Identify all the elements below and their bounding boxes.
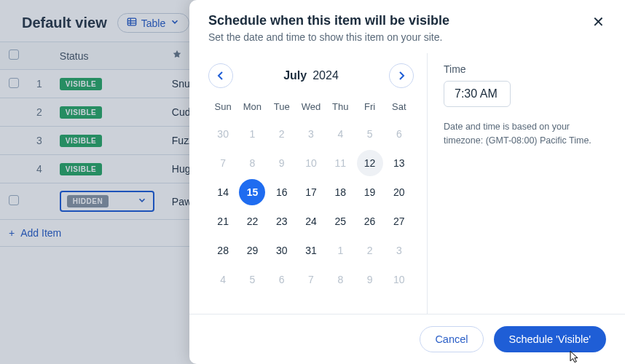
calendar-day[interactable]: 5 [357,121,383,147]
day-of-week-label: Sun [208,101,237,118]
calendar-day[interactable]: 7 [298,266,324,293]
time-input[interactable]: 7:30 AM [444,81,511,107]
calendar-day[interactable]: 22 [239,208,265,234]
schedule-modal: Schedule when this item will be visible … [189,0,625,364]
calendar-day[interactable]: 16 [269,179,295,205]
calendar-day[interactable]: 14 [210,179,236,205]
schedule-button[interactable]: Schedule 'Visible' [494,326,606,352]
cancel-button[interactable]: Cancel [420,326,483,352]
month-year-label: July2024 [283,69,339,82]
close-icon[interactable]: ✕ [591,13,606,31]
next-month-button[interactable] [389,63,414,88]
calendar-day[interactable]: 13 [386,150,412,176]
calendar-day[interactable]: 12 [357,150,383,176]
calendar-day[interactable]: 9 [357,266,383,293]
day-of-week-label: Fri [355,101,384,118]
calendar-day[interactable]: 27 [386,208,412,234]
calendar-day[interactable]: 8 [327,266,353,293]
calendar-day[interactable]: 6 [386,121,412,147]
modal-title: Schedule when this item will be visible [208,13,449,28]
day-of-week-label: Sat [385,101,414,118]
day-of-week-label: Tue [267,101,296,118]
calendar-day[interactable]: 31 [298,237,324,264]
calendar-day[interactable]: 3 [298,121,324,147]
timezone-note: Date and time is based on your timezone:… [444,120,604,148]
calendar-day[interactable]: 9 [269,150,295,176]
calendar-day[interactable]: 29 [239,237,265,264]
calendar-day[interactable]: 4 [210,266,236,293]
calendar-day[interactable]: 8 [239,150,265,176]
calendar-day[interactable]: 2 [269,121,295,147]
calendar-day[interactable]: 4 [327,121,353,147]
calendar-day[interactable]: 2 [357,237,383,264]
calendar-day[interactable]: 23 [269,208,295,234]
time-label: Time [444,63,606,75]
calendar-day[interactable]: 3 [386,237,412,264]
calendar-day[interactable]: 10 [386,266,412,293]
calendar-day[interactable]: 15 [239,179,265,205]
day-of-week-label: Wed [296,101,326,118]
calendar-day[interactable]: 1 [327,237,353,264]
calendar: July2024 SunMonTueWedThuFriSat3012345678… [208,53,427,314]
modal-subtitle: Set the date and time to show this item … [208,31,449,43]
year-label: 2024 [312,69,339,82]
calendar-day[interactable]: 24 [298,208,324,234]
calendar-day[interactable]: 30 [269,237,295,264]
calendar-day[interactable]: 19 [357,179,383,205]
calendar-day[interactable]: 30 [210,121,236,147]
calendar-day[interactable]: 18 [327,179,353,205]
calendar-day[interactable]: 6 [269,266,295,293]
day-of-week-label: Thu [326,101,355,118]
calendar-day[interactable]: 28 [210,237,236,264]
calendar-day[interactable]: 7 [210,150,236,176]
month-label: July [283,69,307,82]
calendar-day[interactable]: 5 [239,266,265,293]
calendar-day[interactable]: 21 [210,208,236,234]
calendar-day[interactable]: 11 [327,150,353,176]
calendar-day[interactable]: 17 [298,179,324,205]
calendar-day[interactable]: 25 [327,208,353,234]
time-panel: Time 7:30 AM Date and time is based on y… [427,53,606,314]
calendar-day[interactable]: 10 [298,150,324,176]
calendar-day[interactable]: 20 [386,179,412,205]
day-of-week-label: Mon [237,101,267,118]
calendar-day[interactable]: 1 [239,121,265,147]
calendar-day[interactable]: 26 [357,208,383,234]
prev-month-button[interactable] [208,63,233,88]
